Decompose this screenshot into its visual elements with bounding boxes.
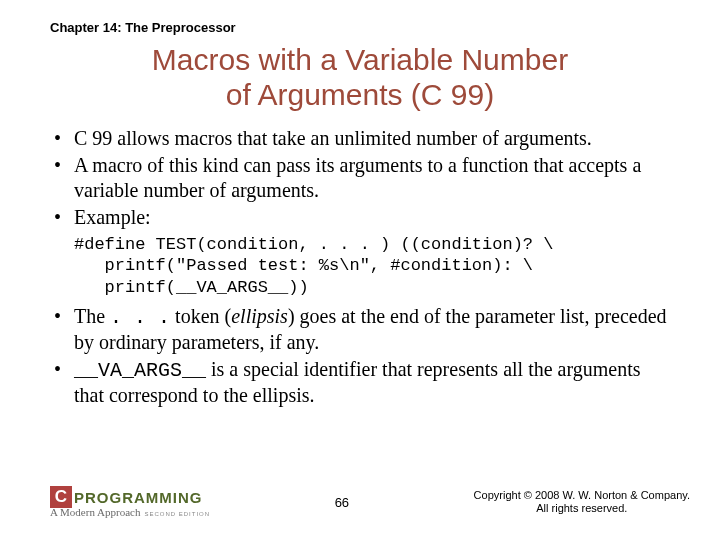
page-number: 66 [335,495,349,510]
va-args-token: __VA_ARGS__ [74,359,206,382]
copyright-line-2: All rights reserved. [536,502,627,514]
logo-subtitle: A Modern Approach [50,506,140,518]
bullet-1: C 99 allows macros that take an unlimite… [54,126,670,151]
logo-c-icon: C [50,486,72,508]
bullet-4: The . . . token (ellipsis) goes at the e… [54,304,670,355]
bullet-5: __VA_ARGS__ is a special identifier that… [54,357,670,408]
footer: C PROGRAMMING A Modern Approach SECOND E… [50,486,690,518]
chapter-label: Chapter 14: The Preprocessor [50,20,670,35]
bullet-3: Example: [54,205,670,230]
b4-mid: token ( [170,305,231,327]
title-line-2: of Arguments (C 99) [226,78,494,111]
logo-text: PROGRAMMING [74,489,203,506]
bullet-2: A macro of this kind can pass its argume… [54,153,670,203]
logo-top-row: C PROGRAMMING [50,486,203,508]
ellipsis-word: ellipsis [231,305,288,327]
bullet-list-2: The . . . token (ellipsis) goes at the e… [50,304,670,408]
book-logo: C PROGRAMMING A Modern Approach SECOND E… [50,486,210,518]
code-example: #define TEST(condition, . . . ) ((condit… [74,234,670,298]
bullet-list: C 99 allows macros that take an unlimite… [50,126,670,230]
ellipsis-token: . . . [110,306,170,329]
b4-pre: The [74,305,110,327]
logo-edition: SECOND EDITION [144,511,210,517]
copyright-line-1: Copyright © 2008 W. W. Norton & Company. [474,489,690,501]
copyright: Copyright © 2008 W. W. Norton & Company.… [474,489,690,515]
slide-title: Macros with a Variable Number of Argumen… [50,43,670,112]
title-line-1: Macros with a Variable Number [152,43,568,76]
